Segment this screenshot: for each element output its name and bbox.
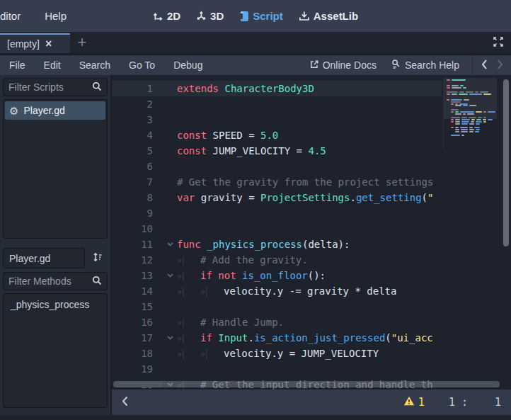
code-line[interactable]: 1extends CharacterBody3D (112, 81, 442, 96)
horizontal-scrollbar-thumb[interactable] (115, 381, 163, 387)
minimap-line (455, 131, 479, 132)
code-line[interactable]: 7# Get the gravity from the project sett… (112, 174, 442, 190)
workspace-3d-button[interactable]: 3D (196, 10, 224, 22)
code-text: func _physics_process(delta): (177, 237, 442, 252)
code-line[interactable]: 3 (112, 112, 442, 127)
token-nm: 5.0 (260, 130, 278, 141)
minimap-segment (459, 91, 464, 93)
code-line[interactable]: 19 (112, 361, 442, 377)
fold-gutter (163, 299, 177, 314)
menu-debug[interactable]: Debug (164, 59, 212, 71)
minimap-segment (447, 93, 450, 95)
code-line[interactable]: 17»|if Input.is_action_just_pressed("ui_… (112, 330, 442, 346)
code-line[interactable]: 18»|»|velocity.y = JUMP_VELOCITY (112, 346, 442, 361)
history-back-button[interactable] (477, 58, 491, 72)
sort-methods-button[interactable] (88, 248, 108, 268)
add-tab-button[interactable]: + (70, 32, 94, 53)
code-text (177, 96, 442, 112)
warnings-indicator[interactable]: 1 (403, 396, 425, 409)
line-number: 12 (112, 252, 163, 268)
code-text (177, 112, 442, 127)
search-help-button[interactable]: Search Help (385, 59, 465, 72)
menu-edit[interactable]: Edit (35, 59, 70, 71)
code-line[interactable]: 11func _physics_process(delta): (112, 237, 442, 252)
token-tx: (): (308, 270, 326, 281)
minimap-segment (483, 117, 486, 118)
editor-column: 1extends CharacterBody3D234const SPEED =… (112, 75, 511, 415)
menu-ditor[interactable]: ditor (0, 7, 23, 25)
token-kw: extends (177, 83, 219, 94)
menu-search[interactable]: Search (70, 59, 120, 71)
fold-arrow-icon[interactable] (163, 237, 177, 252)
code-line[interactable]: 5const JUMP_VELOCITY = 4.5 (112, 143, 442, 159)
workspace-assetlib-button[interactable]: AssetLib (299, 10, 358, 22)
code-text: var gravity = ProjectSettings.get_settin… (177, 190, 442, 205)
fold-arrow-icon[interactable] (163, 330, 177, 346)
minimap-segment (447, 99, 449, 101)
code-editor[interactable]: 1extends CharacterBody3D234const SPEED =… (112, 75, 511, 390)
method-item-_physics_process[interactable]: _physics_process (5, 295, 105, 313)
tab-marker-icon: »| (200, 346, 224, 361)
token-tx: . (248, 332, 253, 344)
code-line[interactable]: 12»|# Add the gravity. (112, 252, 442, 268)
methods-list: _physics_process (3, 293, 108, 408)
filter-scripts-input[interactable]: Filter Scripts (3, 78, 108, 96)
code-line[interactable]: 2 (112, 96, 442, 112)
workspace-label: Script (253, 10, 283, 22)
vertical-scrollbar-thumb[interactable] (503, 79, 509, 246)
token-kw: if (200, 332, 212, 344)
script-item-player.gd[interactable]: ⚙Player.gd (5, 101, 105, 120)
collapse-panel-button[interactable] (122, 396, 128, 409)
code-line[interactable]: 4const SPEED = 5.0 (112, 127, 442, 143)
minimap-segment (469, 93, 482, 95)
script-name-field[interactable]: Player.gd (3, 248, 85, 268)
code-line[interactable]: 8var gravity = ProjectSettings.get_setti… (112, 190, 442, 205)
workspace-script-button[interactable]: Script (239, 10, 283, 22)
code-line[interactable]: 14»|»|velocity.y -= gravity * delta (112, 283, 442, 299)
code-line[interactable]: 15 (112, 299, 442, 314)
fold-gutter (163, 81, 177, 96)
minimap-line (451, 135, 464, 136)
workspace-label: 3D (210, 10, 224, 22)
line-number: 17 (112, 330, 163, 346)
menu-help[interactable]: Help (42, 7, 69, 25)
minimap-segment (447, 85, 450, 86)
line-number: 9 (112, 205, 163, 221)
code-text: »|if Input.is_action_just_pressed("ui_ac… (177, 330, 442, 346)
token-kw: if (200, 270, 212, 281)
code-line[interactable]: 16»|# Handle Jump. (112, 314, 442, 330)
minimap-segment (483, 111, 486, 113)
minimap-segment (459, 103, 468, 105)
online-docs-button[interactable]: Online Docs (304, 59, 382, 72)
fold-arrow-icon[interactable] (163, 268, 177, 283)
minimap-segment (452, 93, 457, 95)
horizontal-scrollbar[interactable] (113, 381, 500, 387)
workspace-2d-button[interactable]: 2D (153, 10, 180, 22)
close-icon[interactable]: × (45, 38, 52, 50)
vertical-scrollbar[interactable] (503, 76, 510, 388)
minimap-line (451, 109, 459, 110)
code-line[interactable]: 9 (112, 205, 442, 221)
menu-file[interactable]: File (0, 59, 35, 71)
code-line[interactable]: 13»|if not is_on_floor(): (112, 268, 442, 283)
history-forward-button[interactable] (493, 58, 507, 72)
token-tx: JUMP_VELOCITY = (207, 145, 308, 157)
code-minimap[interactable] (443, 78, 497, 150)
code-text: »|if not is_on_floor(): (177, 268, 442, 283)
minimap-segment (474, 127, 480, 128)
filter-methods-input[interactable]: Filter Methods (3, 272, 108, 290)
tab-marker-icon: »| (177, 268, 200, 283)
status-bar: 1 1 : 1 (112, 390, 511, 415)
minimap-segment (461, 117, 467, 118)
minimap-segment (447, 79, 450, 81)
token-tx: velocity.y -= gravity * delta (224, 285, 396, 297)
minimap-segment (452, 79, 466, 81)
tab-empty[interactable]: [empty] × (0, 33, 70, 53)
token-kw: const (177, 130, 207, 141)
minimap-segment (455, 131, 459, 132)
distraction-free-button[interactable] (491, 36, 505, 50)
code-line[interactable]: 6 (112, 159, 442, 174)
line-number: 8 (112, 190, 163, 205)
menu-go-to[interactable]: Go To (120, 59, 164, 71)
code-line[interactable]: 10 (112, 221, 442, 237)
